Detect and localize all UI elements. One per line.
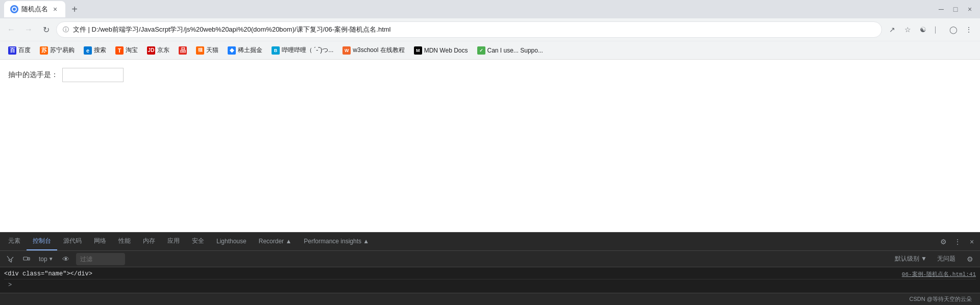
bookmark-caniuse[interactable]: ✓ Can I use... Suppo... (473, 44, 547, 57)
devtools-toolbar: top ▼ 👁 默认级别 ▼ 无问题 ⚙ (0, 251, 980, 267)
window-controls: ─ □ × (935, 3, 976, 15)
devtools-settings-button[interactable]: ⚙ (937, 236, 949, 248)
log-level-dropdown[interactable]: 默认级别 ▼ (893, 253, 929, 265)
devtools-icons: ⚙ ⋮ × (937, 236, 978, 248)
tab-sources[interactable]: 源代码 (57, 233, 88, 250)
caniuse-label: Can I use... Suppo... (487, 47, 543, 54)
bookmarks-bar: 百 百度 苏 苏宁易购 e 搜索 T 淘宝 JD 京东 品 猫 天猫 ◆ 稀土掘… (0, 41, 980, 59)
eye-button[interactable]: 👁 (60, 253, 72, 265)
device-toggle-button[interactable] (20, 253, 33, 265)
refresh-button[interactable]: ↻ (39, 22, 53, 37)
bookmark-jd[interactable]: JD 京东 (143, 44, 174, 57)
svg-rect-1 (28, 258, 30, 260)
share-button[interactable]: ↗ (885, 22, 899, 37)
console-content: <div class="name"></div> 06-案例-随机点名.html… (0, 267, 980, 293)
issues-button[interactable]: 无问题 (933, 253, 960, 265)
mdn-label: MDN Web Docs (424, 47, 468, 54)
close-button[interactable]: × (964, 3, 976, 15)
mdn-favicon: M (414, 46, 422, 55)
tab-perf-insights[interactable]: Performance insights ▲ (298, 233, 375, 250)
bookmark-baidu[interactable]: 百 百度 (4, 44, 35, 57)
baidu-label: 百度 (18, 46, 31, 55)
tab-recorder[interactable]: Recorder ▲ (253, 233, 298, 250)
xitu-favicon: ◆ (228, 46, 236, 55)
console-prompt[interactable]: > (4, 279, 976, 291)
profile-button[interactable]: ◯ (946, 22, 961, 37)
tab-performance[interactable]: 性能 (112, 233, 137, 250)
svg-rect-0 (23, 257, 28, 260)
new-tab-button[interactable]: + (67, 2, 82, 16)
address-actions: ↗ ☆ ☯ ⎸ ◯ ⋮ (885, 22, 976, 37)
device-icon (23, 256, 30, 263)
lighthouse-tab-label: Lighthouse (216, 238, 247, 245)
security-tab-label: 安全 (192, 237, 204, 245)
extensions-button[interactable]: ☯ (916, 22, 930, 37)
bookmark-bilibili[interactable]: B 哔哩哔哩（ ´-ˇ)つ... (267, 44, 337, 57)
bookmark-mdn[interactable]: M MDN Web Docs (410, 44, 472, 57)
tab-security[interactable]: 安全 (186, 233, 210, 250)
bookmark-taobao[interactable]: T 淘宝 (111, 44, 142, 57)
inspect-button[interactable] (4, 253, 16, 265)
selected-input[interactable] (62, 68, 124, 82)
search-label: 搜索 (94, 46, 106, 55)
devtools-close-button[interactable]: × (966, 236, 978, 248)
tab-console[interactable]: 控制台 (27, 233, 57, 250)
console-link-1[interactable]: 06-案例-随机点名.html:41 (902, 270, 976, 278)
console-line-1: <div class="name"></div> 06-案例-随机点名.html… (4, 269, 976, 279)
suning-label: 苏宁易购 (50, 46, 75, 55)
sidebar-toggle-button[interactable]: ⎸ (931, 22, 945, 37)
bookmark-button[interactable]: ☆ (900, 22, 915, 37)
bookmark-suning[interactable]: 苏 苏宁易购 (36, 44, 79, 57)
minimize-button[interactable]: ─ (935, 3, 947, 15)
tab-application[interactable]: 应用 (161, 233, 186, 250)
w3-favicon: W (342, 46, 351, 55)
tmall-label: 天猫 (206, 46, 218, 55)
bilibili-label: 哔哩哔哩（ ´-ˇ)つ... (282, 46, 333, 55)
devtools-tab-bar: 元素 控制台 源代码 网络 性能 内存 应用 安全 Lighthouse Rec… (0, 233, 980, 251)
tab-memory[interactable]: 内存 (137, 233, 161, 250)
inspect-icon (7, 256, 14, 263)
url-text: 文件 | D:/web前端学习/JavaScrpt学习/js%20web%20a… (73, 25, 875, 34)
selected-display: 抽中的选手是： (8, 68, 972, 82)
tab-close-button[interactable]: × (51, 5, 59, 13)
taobao-favicon: T (115, 46, 124, 55)
bookmark-search[interactable]: e 搜索 (80, 44, 110, 57)
filter-input[interactable] (80, 256, 121, 263)
filter-input-container (76, 253, 125, 265)
bookmark-pinduoduo[interactable]: 品 (175, 44, 191, 57)
back-button[interactable]: ← (4, 22, 18, 37)
url-bar[interactable]: ⓘ 文件 | D:/web前端学习/JavaScrpt学习/js%20web%2… (56, 21, 882, 38)
suning-favicon: 苏 (40, 46, 48, 55)
devtools-more-button[interactable]: ⋮ (951, 236, 964, 248)
jd-favicon: JD (147, 46, 155, 55)
baidu-favicon: 百 (8, 46, 16, 55)
jd-label: 京东 (157, 46, 169, 55)
elements-tab-label: 元素 (8, 237, 20, 245)
lock-icon: ⓘ (63, 26, 69, 34)
devtools-panel: 元素 控制台 源代码 网络 性能 内存 应用 安全 Lighthouse Rec… (0, 232, 980, 305)
bookmark-xitu[interactable]: ◆ 稀土掘金 (224, 44, 266, 57)
active-tab[interactable]: 随机点名 × (4, 1, 65, 17)
bilibili-favicon: B (272, 46, 280, 55)
console-code-1: <div class="name"></div> (4, 270, 902, 277)
status-bar: CSDN @等待天空的云朵 (0, 293, 980, 305)
tab-network[interactable]: 网络 (88, 233, 112, 250)
top-dropdown[interactable]: top ▼ (37, 253, 56, 265)
tmall-favicon: 猫 (196, 46, 204, 55)
tab-lighthouse[interactable]: Lighthouse (210, 233, 253, 250)
bookmark-w3school[interactable]: W w3school 在线教程 (338, 44, 408, 57)
caniuse-favicon: ✓ (477, 46, 485, 55)
maximize-button[interactable]: □ (949, 3, 962, 15)
page-content: 抽中的选手是： (0, 60, 980, 232)
top-label: top (39, 256, 47, 263)
bookmark-tmall[interactable]: 猫 天猫 (192, 44, 223, 57)
perf-insights-tab-label: Performance insights ▲ (304, 238, 369, 245)
forward-button[interactable]: → (21, 22, 36, 37)
performance-tab-label: 性能 (118, 237, 131, 245)
selected-label: 抽中的选手是： (8, 70, 58, 80)
console-settings-button[interactable]: ⚙ (964, 253, 976, 265)
memory-tab-label: 内存 (143, 237, 155, 245)
menu-button[interactable]: ⋮ (962, 22, 976, 37)
tab-elements[interactable]: 元素 (2, 233, 27, 250)
tab-title: 随机点名 (21, 5, 48, 14)
